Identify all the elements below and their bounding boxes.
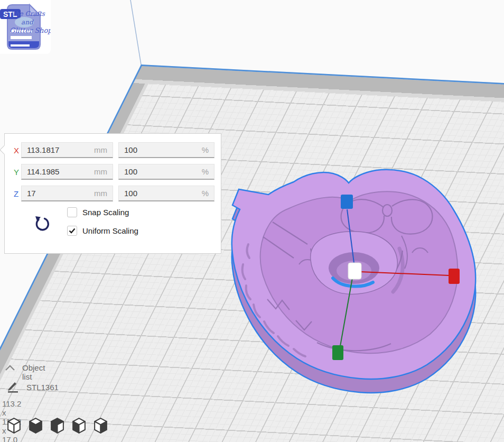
svg-text:and: and: [21, 19, 34, 26]
scale-z-mm-input[interactable]: [27, 189, 91, 198]
scale-row-z: Z mm %: [14, 186, 214, 201]
scale-handle-y[interactable]: [332, 345, 343, 360]
cube-right-icon: [94, 417, 108, 434]
build-volume-corner-line: [130, 0, 141, 65]
snap-scaling-label: Snap Scaling: [82, 208, 129, 217]
cube-top-icon: [50, 417, 64, 434]
view-right-button[interactable]: [93, 417, 108, 434]
scale-y-mm-input[interactable]: [27, 167, 91, 176]
cube-front-icon: [29, 417, 43, 434]
scale-z-percent-input[interactable]: [124, 189, 199, 198]
uniform-scaling-checkbox[interactable]: [67, 226, 77, 236]
unit-label: %: [202, 145, 209, 154]
object-list-title[interactable]: Object list: [22, 363, 45, 381]
scale-tool-panel: X mm % Y mm % Z mm: [4, 133, 221, 254]
unit-label: %: [202, 189, 209, 198]
scale-handle-center[interactable]: [348, 263, 361, 279]
reset-icon: [33, 215, 51, 234]
view-3d-button[interactable]: [6, 417, 21, 434]
scale-x-percent-input[interactable]: [124, 145, 199, 154]
check-icon: [69, 228, 76, 234]
chevron-up-icon[interactable]: [4, 364, 16, 372]
stl-file-watermark: STL the Crafts and Glitter Shop: [0, 0, 51, 54]
axis-label-x: X: [14, 146, 21, 155]
scale-x-mm-input[interactable]: [27, 145, 91, 154]
stl-document-icon: STL the Crafts and Glitter Shop: [0, 0, 51, 54]
reset-scale-button[interactable]: [33, 215, 51, 234]
scale-row-y: Y mm %: [14, 164, 214, 180]
uniform-scaling-row: Uniform Scaling: [67, 226, 138, 236]
view-front-button[interactable]: [28, 417, 43, 434]
unit-label: mm: [94, 145, 107, 154]
snap-scaling-row: Snap Scaling: [67, 207, 138, 217]
unit-label: mm: [94, 167, 107, 176]
camera-view-toolbar: [6, 417, 108, 434]
unit-label: mm: [94, 189, 107, 198]
object-name-label[interactable]: STL1361: [26, 383, 59, 392]
uniform-scaling-label: Uniform Scaling: [82, 226, 138, 235]
svg-text:Glitter Shop: Glitter Shop: [10, 26, 51, 34]
view-left-button[interactable]: [71, 417, 86, 434]
scale-row-x: X mm %: [14, 142, 214, 158]
cube-left-icon: [72, 417, 86, 434]
axis-label-y: Y: [14, 168, 21, 177]
pencil-icon[interactable]: [6, 381, 19, 393]
scale-handle-x[interactable]: [449, 269, 460, 284]
svg-text:the Crafts: the Crafts: [13, 10, 45, 17]
unit-label: %: [202, 167, 209, 176]
document-text-bar: [11, 36, 32, 39]
scale-handle-z[interactable]: [341, 195, 353, 209]
cube-3d-icon: [7, 417, 21, 434]
scale-y-percent-input[interactable]: [124, 167, 199, 176]
axis-label-z: Z: [14, 189, 21, 198]
document-text-bar: [11, 44, 30, 47]
snap-scaling-checkbox[interactable]: [67, 207, 77, 217]
view-top-button[interactable]: [50, 417, 64, 434]
